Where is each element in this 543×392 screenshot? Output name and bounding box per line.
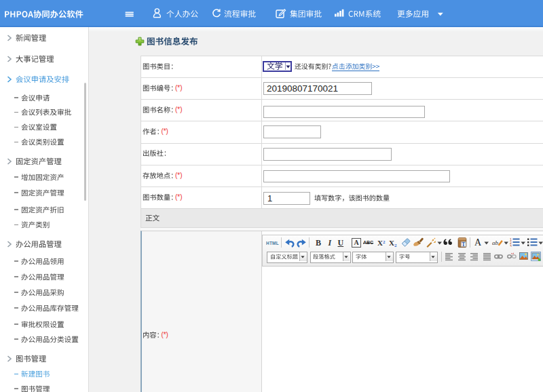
svg-text:3: 3 [510,244,512,248]
svg-text:ab: ab [492,239,499,246]
svg-text:T: T [462,241,465,247]
